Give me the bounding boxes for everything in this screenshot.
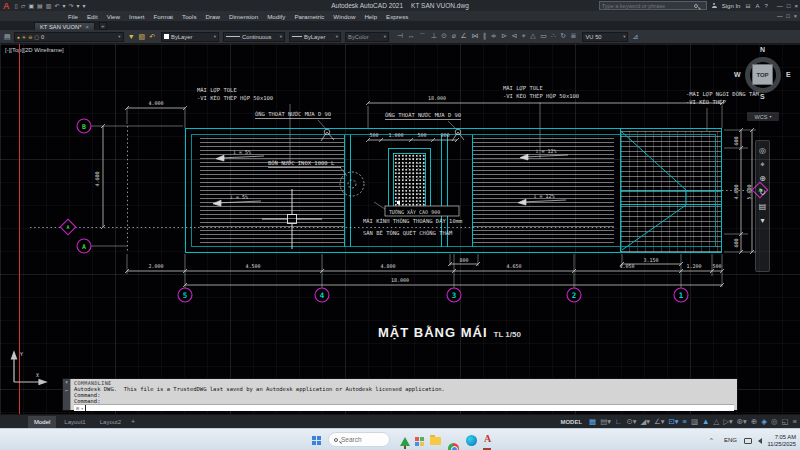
snap-mode-icon[interactable]: ▤▾ xyxy=(600,417,611,426)
windows-start-button[interactable] xyxy=(312,436,321,445)
jogged-icon[interactable]: ∴ xyxy=(551,32,555,42)
menu-item[interactable]: Window xyxy=(333,13,355,20)
zoom-icon[interactable]: ⊕ xyxy=(759,174,766,183)
hidden-icons-chevron[interactable]: ^ xyxy=(710,437,713,443)
user-icon[interactable] xyxy=(712,3,717,8)
minimize-button[interactable]: — xyxy=(777,3,783,9)
menu-item[interactable]: Edit xyxy=(87,13,98,20)
open-icon[interactable]: ▱ xyxy=(21,2,26,9)
viewcube-north[interactable]: N xyxy=(760,46,765,53)
autoscale-icon[interactable]: △ xyxy=(714,417,720,426)
workspace-switching-icon[interactable]: ⊛▾ xyxy=(737,417,747,426)
command-input[interactable]: ⊞ ▾ xyxy=(74,404,734,411)
menu-item[interactable]: Insert xyxy=(129,13,144,20)
menu-item[interactable]: Parametric xyxy=(294,13,324,20)
command-panel-wrench-icon[interactable]: ⌐ xyxy=(65,388,68,393)
object-snap-tracking-icon[interactable]: ∠▾ xyxy=(654,417,665,426)
app-icon-tree[interactable] xyxy=(400,432,410,446)
tray-volume-icon[interactable] xyxy=(755,438,762,444)
autodesk-exchange-icon[interactable]: A xyxy=(756,3,760,9)
undo-icon[interactable]: ↶ xyxy=(54,2,59,9)
annotation-monitor-icon[interactable]: ⊕ xyxy=(751,417,757,426)
autocad-logo-icon[interactable]: A xyxy=(0,1,15,11)
file-explorer-icon[interactable] xyxy=(430,437,441,445)
chevron-down-icon[interactable]: ▾ xyxy=(623,34,625,39)
layout-tab[interactable]: Layout2 xyxy=(94,416,127,428)
isolate-objects-icon[interactable]: ◎ xyxy=(771,417,778,426)
menu-item[interactable]: Draw xyxy=(206,13,220,20)
customization-icon[interactable]: ≡ xyxy=(793,417,797,426)
object-snap-icon[interactable]: ⊡▾ xyxy=(669,417,679,426)
inspection-icon[interactable]: ▭ xyxy=(540,32,547,42)
doc-close-button[interactable]: × xyxy=(794,13,797,19)
menu-item[interactable]: Format xyxy=(153,13,173,20)
undo-dropdown-icon[interactable]: ▾ xyxy=(62,2,65,9)
new-layout-button[interactable]: + xyxy=(127,418,139,425)
navbar-more-icon[interactable]: ▾ xyxy=(760,216,764,225)
menu-item[interactable]: Express xyxy=(386,13,408,20)
hardware-acceleration-icon[interactable]: ◈ xyxy=(761,417,767,426)
help-search-input[interactable] xyxy=(602,3,692,9)
ordinate-icon[interactable]: ⊥ xyxy=(431,32,437,42)
save-as-icon[interactable]: ▤ xyxy=(37,2,43,9)
center-mark-icon[interactable]: △ xyxy=(530,32,535,42)
angular-icon[interactable]: ∠ xyxy=(460,32,466,42)
layer-freeze-icon[interactable]: ☀ xyxy=(22,34,26,40)
app-store-icon[interactable]: ⊟ xyxy=(745,2,750,9)
menu-item[interactable]: View xyxy=(107,13,120,20)
make-object-layer-current-icon[interactable]: ▼ xyxy=(128,32,135,42)
chevron-down-icon[interactable]: ▾ xyxy=(81,406,83,411)
menu-item[interactable]: Tools xyxy=(182,13,196,20)
model-space-indicator[interactable]: MODEL xyxy=(560,419,582,425)
save-icon[interactable]: ▣ xyxy=(28,2,34,9)
qnew-icon[interactable]: ▯ xyxy=(15,2,18,9)
taskbar-search-input[interactable] xyxy=(341,436,381,443)
close-button[interactable]: × xyxy=(794,3,798,9)
transparency-icon[interactable]: ▨ xyxy=(691,417,698,426)
polar-tracking-icon[interactable]: ⊙▾ xyxy=(626,417,636,426)
viewcube-top-face[interactable]: TOP xyxy=(752,64,773,85)
dim-style-manager-icon[interactable]: ⊿ xyxy=(632,32,638,42)
layout-tab[interactable]: Layout1 xyxy=(58,416,91,428)
restore-button[interactable]: □ xyxy=(787,3,791,9)
sign-in-button[interactable]: Sign In xyxy=(722,3,741,9)
viewcube-west[interactable]: W xyxy=(734,71,741,78)
continue-icon[interactable]: ≑ xyxy=(491,32,497,42)
menu-item[interactable]: Dimension xyxy=(229,13,258,20)
autocad-taskbar-icon[interactable]: A xyxy=(484,433,495,444)
navigation-wheel-icon[interactable]: ◎ xyxy=(759,146,766,155)
taskbar-clock[interactable]: 7:05 AM 11/25/2025 xyxy=(767,434,796,447)
qat-customize-icon[interactable]: ▾ xyxy=(83,2,86,9)
layer-previous-icon[interactable]: ↶ xyxy=(149,32,155,42)
showmotion-icon[interactable]: ▤ xyxy=(759,202,767,211)
color-dropdown[interactable]: ByLayer ▾ xyxy=(161,32,219,42)
menu-item[interactable]: Modify xyxy=(267,13,285,20)
isometric-drafting-icon[interactable]: ◢▾ xyxy=(640,417,650,426)
diameter-icon[interactable]: ⌀ xyxy=(452,32,456,42)
radius-icon[interactable]: ⊙ xyxy=(441,32,447,42)
aligned-dimension-icon[interactable]: ↔ xyxy=(408,32,415,42)
viewcube-south[interactable]: S xyxy=(760,93,765,100)
taskbar-search[interactable] xyxy=(328,432,390,447)
quick-dimension-icon[interactable]: ⋈ xyxy=(471,32,478,42)
grid-display-icon[interactable]: ▦ xyxy=(589,417,596,426)
dimension-style-icon[interactable]: ≣ xyxy=(571,32,577,42)
edge-icon[interactable] xyxy=(466,435,477,446)
dimension-update-icon[interactable]: ↻ xyxy=(560,32,566,42)
dimension-space-icon[interactable]: ⊳ xyxy=(501,32,507,42)
search-icon[interactable] xyxy=(694,4,698,8)
linear-dimension-icon[interactable]: ⊣ xyxy=(397,32,403,42)
command-history[interactable]: COMMANDLINE Autodesk DWG. This file is a… xyxy=(70,379,737,410)
chevron-down-icon[interactable]: ▾ xyxy=(280,34,282,39)
chevron-down-icon[interactable]: ▾ xyxy=(214,34,216,39)
command-panel-close-icon[interactable]: × xyxy=(65,380,68,385)
file-tab-active[interactable]: KT SAN VUON* × xyxy=(34,22,95,30)
file-tab-close-icon[interactable]: × xyxy=(85,24,88,30)
annotation-scale-icon[interactable]: ▷▾ xyxy=(723,417,733,426)
orbit-icon[interactable]: ↻ xyxy=(759,188,766,197)
menu-item[interactable]: Help xyxy=(364,13,377,20)
layout-tab[interactable]: Model xyxy=(28,416,56,428)
clean-screen-icon[interactable]: ◱ xyxy=(782,417,789,426)
ortho-mode-icon[interactable]: ∟ xyxy=(615,417,622,426)
layer-on-icon[interactable]: ● xyxy=(17,34,20,40)
